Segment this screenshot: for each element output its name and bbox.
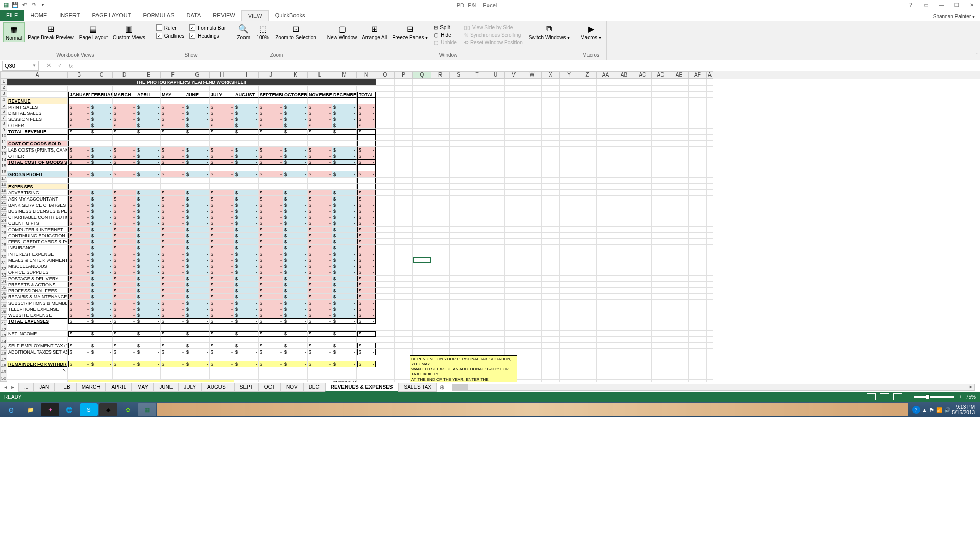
empty-cell[interactable] xyxy=(431,245,450,251)
empty-cell[interactable] xyxy=(633,153,652,159)
empty-cell[interactable] xyxy=(185,98,210,104)
empty-cell[interactable] xyxy=(542,153,560,159)
empty-cell[interactable] xyxy=(670,220,689,227)
empty-cell[interactable] xyxy=(689,122,707,129)
money-cell[interactable]: $- xyxy=(90,251,113,257)
money-cell[interactable]: $- xyxy=(113,331,136,337)
empty-cell[interactable] xyxy=(652,147,670,153)
empty-cell[interactable] xyxy=(431,337,450,343)
money-cell[interactable]: $- xyxy=(185,239,210,245)
money-cell[interactable]: $- xyxy=(259,343,283,349)
empty-cell[interactable] xyxy=(615,141,633,147)
money-cell[interactable]: $- xyxy=(113,104,136,110)
empty-cell[interactable] xyxy=(308,178,332,184)
empty-cell[interactable] xyxy=(542,324,560,331)
empty-cell[interactable] xyxy=(505,214,523,220)
empty-cell[interactable] xyxy=(468,312,486,318)
empty-cell[interactable] xyxy=(670,147,689,153)
empty-cell[interactable] xyxy=(468,263,486,269)
money-cell[interactable]: $- xyxy=(332,220,357,227)
empty-cell[interactable] xyxy=(486,227,505,233)
empty-cell[interactable] xyxy=(597,227,615,233)
money-cell[interactable]: $- xyxy=(332,263,357,269)
money-cell[interactable]: $- xyxy=(113,263,136,269)
empty-cell[interactable] xyxy=(578,294,597,300)
money-cell[interactable]: $- xyxy=(161,214,185,220)
row-label[interactable]: ADVERTISING xyxy=(7,190,68,196)
money-cell[interactable]: $- xyxy=(357,104,376,110)
row-label[interactable]: COMPUTER & INTERNET xyxy=(7,227,68,233)
empty-cell[interactable] xyxy=(652,306,670,312)
column-header[interactable]: Q xyxy=(413,71,431,79)
empty-cell[interactable] xyxy=(670,355,689,361)
empty-cell[interactable] xyxy=(578,227,597,233)
empty-cell[interactable] xyxy=(523,98,542,104)
empty-cell[interactable] xyxy=(161,98,185,104)
empty-cell[interactable] xyxy=(633,214,652,220)
money-cell[interactable]: $- xyxy=(68,343,90,349)
empty-cell[interactable] xyxy=(468,110,486,116)
empty-cell[interactable] xyxy=(707,141,713,147)
sheet-tab[interactable]: OCT xyxy=(259,383,281,392)
empty-cell[interactable] xyxy=(486,312,505,318)
money-cell[interactable]: $- xyxy=(283,300,308,306)
empty-cell[interactable] xyxy=(542,227,560,233)
reset-window-button[interactable]: ⟲Reset Window Position xyxy=(462,39,525,46)
column-header[interactable]: O xyxy=(376,71,395,79)
empty-cell[interactable] xyxy=(597,147,615,153)
empty-cell[interactable] xyxy=(707,147,713,153)
empty-cell[interactable] xyxy=(597,116,615,122)
money-cell[interactable]: $- xyxy=(308,269,332,276)
empty-cell[interactable] xyxy=(486,269,505,276)
empty-cell[interactable] xyxy=(560,343,578,349)
empty-cell[interactable] xyxy=(652,373,670,380)
empty-cell[interactable] xyxy=(68,178,90,184)
empty-cell[interactable] xyxy=(376,110,395,116)
empty-cell[interactable] xyxy=(652,355,670,361)
money-cell[interactable]: $- xyxy=(308,331,332,337)
money-cell[interactable]: $- xyxy=(259,349,283,355)
column-header[interactable]: A xyxy=(707,71,713,79)
money-cell[interactable]: $- xyxy=(308,116,332,122)
empty-cell[interactable] xyxy=(523,116,542,122)
money-cell[interactable]: $- xyxy=(210,263,234,269)
empty-cell[interactable] xyxy=(505,98,523,104)
empty-cell[interactable] xyxy=(413,116,431,122)
empty-cell[interactable] xyxy=(113,184,136,190)
empty-cell[interactable] xyxy=(523,276,542,282)
money-cell[interactable]: $- xyxy=(113,269,136,276)
money-cell[interactable]: $- xyxy=(332,239,357,245)
money-cell[interactable]: $- xyxy=(68,294,90,300)
money-cell[interactable]: $- xyxy=(332,110,357,116)
empty-cell[interactable] xyxy=(578,373,597,380)
row-label[interactable]: NET INCOME xyxy=(7,331,68,337)
empty-cell[interactable] xyxy=(597,245,615,251)
money-cell[interactable]: $- xyxy=(259,208,283,214)
empty-cell[interactable] xyxy=(185,135,210,141)
empty-cell[interactable] xyxy=(450,257,468,263)
money-cell[interactable]: $- xyxy=(136,214,161,220)
empty-cell[interactable] xyxy=(615,276,633,282)
empty-cell[interactable] xyxy=(560,288,578,294)
empty-cell[interactable] xyxy=(431,129,450,135)
money-cell[interactable]: $- xyxy=(357,227,376,233)
empty-cell[interactable] xyxy=(431,122,450,129)
empty-cell[interactable] xyxy=(7,355,68,361)
money-cell[interactable]: $- xyxy=(332,288,357,294)
empty-cell[interactable] xyxy=(597,361,615,367)
empty-cell[interactable] xyxy=(597,92,615,98)
column-header[interactable]: AB xyxy=(615,71,633,79)
empty-cell[interactable] xyxy=(542,312,560,318)
money-cell[interactable]: $- xyxy=(357,110,376,116)
money-cell[interactable]: $- xyxy=(136,300,161,306)
user-account[interactable]: Shannan Painter ▾ xyxy=(928,12,980,21)
empty-cell[interactable] xyxy=(633,141,652,147)
empty-cell[interactable] xyxy=(185,165,210,171)
empty-cell[interactable] xyxy=(689,257,707,263)
money-cell[interactable]: $- xyxy=(259,276,283,282)
empty-cell[interactable] xyxy=(542,196,560,202)
money-cell[interactable]: $- xyxy=(185,153,210,159)
money-cell[interactable]: $- xyxy=(259,245,283,251)
empty-cell[interactable] xyxy=(486,318,505,324)
money-cell[interactable]: $- xyxy=(136,282,161,288)
